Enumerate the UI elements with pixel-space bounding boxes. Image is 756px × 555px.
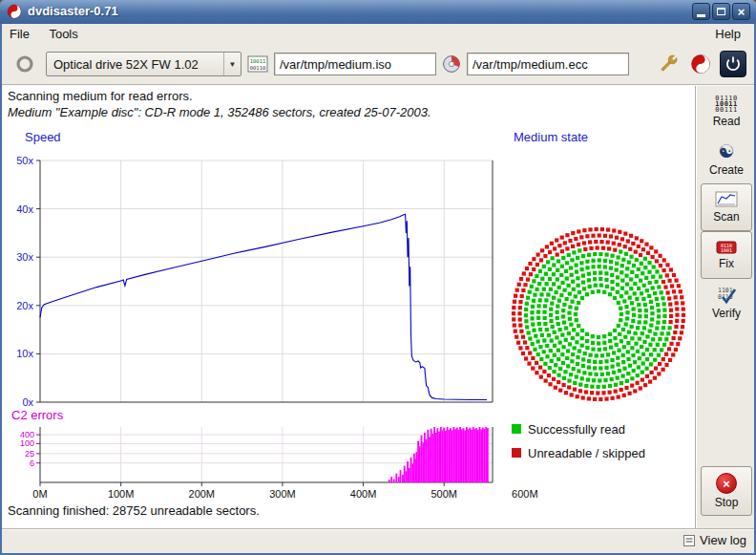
- svg-text:40x: 40x: [16, 203, 33, 215]
- svg-text:400M: 400M: [350, 488, 377, 500]
- read-button[interactable]: 01110 10011 00111 Read: [701, 88, 752, 136]
- svg-text:10x: 10x: [16, 348, 33, 359]
- svg-text:0M: 0M: [32, 488, 47, 500]
- svg-text:500M: 500M: [430, 488, 457, 500]
- create-label: Create: [709, 163, 744, 177]
- legend-good: Successfully read: [512, 422, 625, 437]
- drive-select-value: Optical drive 52X FW 1.02: [47, 57, 223, 72]
- log-icon: [683, 535, 695, 546]
- svg-text:30x: 30x: [16, 251, 33, 263]
- menu-bar: File Tools Help: [2, 24, 754, 44]
- svg-text:100M: 100M: [108, 488, 135, 500]
- view-log-label: View log: [700, 533, 746, 547]
- main-panel: Scanning medium for read errors. Medium …: [2, 86, 695, 528]
- minimize-button[interactable]: [692, 3, 710, 20]
- svg-text:25: 25: [25, 449, 34, 459]
- svg-text:1001: 1001: [721, 247, 732, 253]
- drive-icon: [14, 53, 35, 75]
- verify-icon: 1101 0110: [715, 286, 738, 305]
- toolbar: Optical drive 52X FW 1.02 ▼ 10011 00110 …: [2, 44, 754, 84]
- legend-bad-swatch: [512, 448, 521, 458]
- svg-text:20x: 20x: [16, 300, 33, 311]
- fix-button[interactable]: 0110 1001 Fix: [701, 231, 752, 279]
- dvdisaster-logo-icon: [690, 53, 711, 75]
- charts-canvas: 0M100M200M300M400M500M600M50x40x30x20x10…: [2, 86, 695, 528]
- image-file-icon: 10011 00110: [247, 55, 268, 73]
- read-icon: 01110 10011 00111: [715, 96, 738, 113]
- svg-text:300M: 300M: [269, 488, 296, 500]
- scan-label: Scan: [713, 210, 739, 224]
- about-button[interactable]: [687, 51, 714, 77]
- medium-state-title: Medium state: [514, 130, 588, 144]
- scan-icon: [715, 191, 738, 208]
- wrench-icon: [657, 53, 680, 75]
- speed-chart-title: Speed: [25, 130, 61, 144]
- ecc-file-input[interactable]: /var/tmp/medium.ecc: [467, 53, 629, 75]
- svg-text:600M: 600M: [512, 488, 538, 500]
- create-button[interactable]: ☯ Create: [701, 136, 752, 183]
- image-file-input[interactable]: /var/tmp/medium.iso: [274, 53, 436, 75]
- drive-button[interactable]: [10, 49, 40, 79]
- verify-button[interactable]: 1101 0110 Verify: [701, 279, 752, 327]
- fix-icon: 0110 1001: [716, 240, 737, 255]
- stop-button[interactable]: × Stop: [701, 466, 752, 516]
- scan-button[interactable]: Scan: [701, 183, 752, 231]
- legend-good-swatch: [512, 424, 521, 434]
- preferences-button[interactable]: [655, 51, 682, 77]
- bottom-bar: View log: [2, 530, 754, 553]
- title-bar[interactable]: dvdisaster-0.71 ×: [0, 0, 756, 24]
- stop-icon: ×: [716, 473, 737, 494]
- ecc-file-icon: [442, 54, 461, 74]
- app-window: dvdisaster-0.71 × File Tools Help Optica…: [0, 0, 756, 555]
- power-icon: [725, 56, 741, 72]
- stop-label: Stop: [715, 496, 739, 509]
- menu-tools[interactable]: Tools: [41, 24, 85, 44]
- svg-text:0x: 0x: [22, 396, 33, 408]
- menu-help[interactable]: Help: [707, 24, 748, 44]
- minimize-icon: [697, 14, 705, 17]
- svg-text:100: 100: [20, 438, 34, 448]
- svg-text:00110: 00110: [250, 65, 266, 71]
- create-icon: ☯: [718, 142, 734, 161]
- svg-text:10011: 10011: [250, 58, 266, 64]
- close-button[interactable]: ×: [732, 3, 750, 20]
- finished-status: Scanning finished: 28752 unreadable sect…: [8, 503, 260, 518]
- c2-chart-title: C2 errors: [11, 408, 63, 422]
- svg-text:6: 6: [30, 459, 34, 468]
- chevron-down-icon[interactable]: ▼: [223, 53, 241, 75]
- fix-label: Fix: [719, 257, 734, 270]
- menu-file[interactable]: File: [2, 24, 37, 44]
- legend-bad-label: Unreadable / skipped: [528, 446, 645, 460]
- maximize-button[interactable]: [712, 3, 730, 20]
- close-icon: ×: [738, 6, 746, 18]
- action-sidebar: 01110 10011 00111 Read ☯ Create Scan 011…: [695, 86, 754, 528]
- view-log-button[interactable]: View log: [683, 533, 746, 547]
- maximize-icon: [717, 8, 725, 15]
- svg-text:50x: 50x: [16, 155, 33, 166]
- quit-button[interactable]: [720, 51, 746, 77]
- read-label: Read: [713, 115, 741, 128]
- drive-select[interactable]: Optical drive 52X FW 1.02 ▼: [46, 52, 242, 76]
- legend-good-label: Successfully read: [528, 422, 625, 437]
- verify-label: Verify: [712, 307, 741, 320]
- app-logo-icon: [7, 4, 22, 19]
- legend-bad: Unreadable / skipped: [512, 446, 645, 460]
- window-title: dvdisaster-0.71: [28, 4, 118, 18]
- svg-text:200M: 200M: [189, 488, 216, 500]
